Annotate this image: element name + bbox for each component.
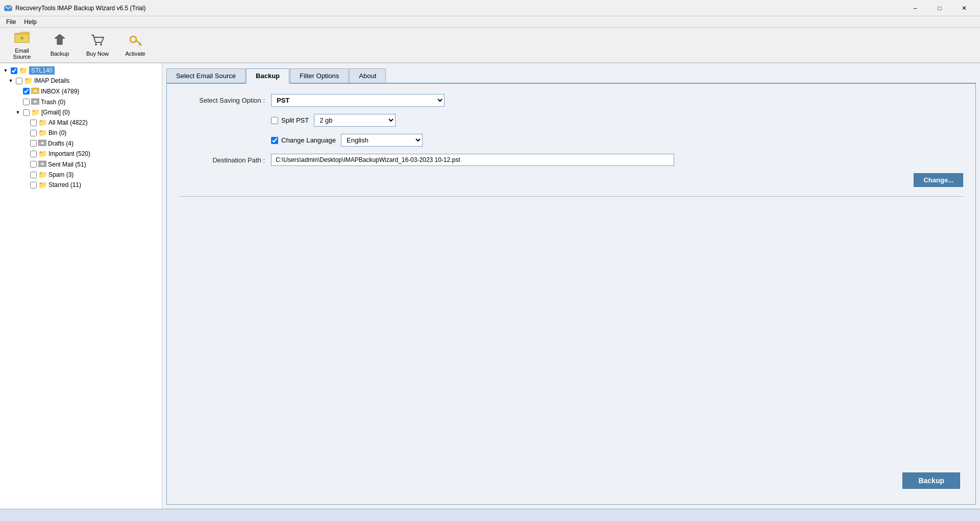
tree-checkbox-starred[interactable]: [30, 182, 37, 188]
language-label: Change Language: [281, 136, 336, 144]
tree-item-starred[interactable]: ▼ 📁 Starred (11): [0, 180, 162, 190]
close-button[interactable]: ✕: [952, 0, 976, 16]
title-bar-left: RecoveryTools IMAP Backup Wizard v6.5 (T…: [4, 4, 145, 12]
saving-option-row: Select Saving Option : PST EML MSG PDF H…: [179, 94, 963, 107]
maximize-button[interactable]: □: [928, 0, 951, 16]
activate-label: Activate: [125, 51, 145, 57]
saving-option-select[interactable]: PST EML MSG PDF HTML MBOX: [271, 94, 445, 107]
svg-text:+: +: [20, 35, 23, 42]
tree-checkbox-spam[interactable]: [30, 172, 37, 178]
email-source-label: Email Source: [6, 48, 38, 60]
tree-label-imap: IMAP Details: [34, 77, 69, 84]
tree-checkbox-allmail[interactable]: [30, 120, 37, 126]
folder-icon-allmail: 📁: [38, 119, 47, 127]
app-icon: [4, 4, 12, 12]
main-area: ▼ 📁 STL140 ▼ 📁 IMAP Details ▼: [0, 63, 980, 509]
destination-controls: [271, 154, 674, 166]
activate-button[interactable]: Activate: [117, 30, 153, 60]
tree-checkbox-bin[interactable]: [30, 130, 37, 136]
destination-label: Destination Path :: [179, 156, 271, 164]
tree-label-bin: Bin (0): [48, 129, 66, 136]
split-pst-checkbox[interactable]: [271, 117, 278, 124]
tree-item-sentmail[interactable]: ▼ Sent Mail (51): [0, 159, 162, 170]
tree-item-gmail[interactable]: ▼ 📁 [Gmail] (0): [0, 107, 162, 117]
tree-item-trash[interactable]: ▼ Trash (0): [0, 97, 162, 107]
split-pst-label: Split PST: [281, 116, 309, 124]
email-source-button[interactable]: + Email Source: [4, 30, 40, 60]
tree-item-root[interactable]: ▼ 📁 STL140: [0, 65, 162, 76]
backup-button[interactable]: Backup: [902, 472, 960, 489]
tree-item-imap[interactable]: ▼ 📁 IMAP Details: [0, 76, 162, 86]
tree-checkbox-important[interactable]: [30, 151, 37, 157]
split-pst-row: Split PST 1 gb 2 gb 4 gb 5 gb: [179, 114, 963, 127]
title-bar-controls: – □ ✕: [903, 0, 976, 16]
change-button-row: Change...: [179, 173, 963, 187]
menu-help[interactable]: Help: [20, 17, 41, 27]
tree-label-trash: Trash (0): [41, 99, 65, 106]
tree-toggle-gmail[interactable]: ▼: [14, 109, 21, 116]
language-checkbox[interactable]: [271, 137, 278, 144]
tree-label-root: STL140: [29, 66, 55, 75]
tab-backup[interactable]: Backup: [246, 68, 289, 84]
tree-toggle-root[interactable]: ▼: [2, 67, 9, 74]
svg-rect-9: [34, 101, 37, 103]
tree-item-bin[interactable]: ▼ 📁 Bin (0): [0, 128, 162, 138]
backup-icon: [53, 33, 67, 50]
language-checkbox-row: Change Language: [271, 136, 336, 144]
buy-now-label: Buy Now: [86, 51, 109, 57]
tree-item-inbox[interactable]: ▼ INBOX (4789): [0, 86, 162, 97]
language-select[interactable]: English French German Spanish: [341, 134, 423, 147]
svg-rect-7: [34, 90, 37, 92]
folder-icon-gmail: 📁: [31, 108, 40, 116]
minimize-button[interactable]: –: [903, 0, 927, 16]
left-pane: ▼ 📁 STL140 ▼ 📁 IMAP Details ▼: [0, 63, 162, 509]
tree-checkbox-root[interactable]: [11, 67, 17, 74]
buy-now-button[interactable]: Buy Now: [80, 30, 115, 60]
menu-bar: File Help: [0, 16, 980, 28]
folder-icon-inbox: [31, 87, 39, 96]
tree-checkbox-sentmail[interactable]: [30, 161, 37, 168]
backup-toolbar-button[interactable]: Backup: [42, 30, 78, 60]
tree-checkbox-trash[interactable]: [23, 99, 30, 105]
svg-marker-2: [55, 34, 65, 44]
tree-checkbox-gmail[interactable]: [23, 109, 30, 116]
folder-icon-sentmail: [38, 160, 46, 169]
language-controls: Change Language English French German Sp…: [271, 134, 423, 147]
title-bar: RecoveryTools IMAP Backup Wizard v6.5 (T…: [0, 0, 980, 16]
tab-about[interactable]: About: [349, 68, 386, 83]
tree-item-important[interactable]: ▼ 📁 Important (520): [0, 149, 162, 159]
folder-icon-spam: 📁: [38, 171, 47, 179]
saving-option-label: Select Saving Option :: [179, 97, 271, 104]
tab-select-email-source[interactable]: Select Email Source: [166, 68, 246, 83]
status-bar: [0, 509, 980, 521]
divider: [179, 196, 963, 197]
change-button[interactable]: Change...: [914, 173, 963, 187]
tree-toggle-imap[interactable]: ▼: [7, 77, 14, 84]
folder-plus-icon: +: [14, 30, 30, 46]
tree-label-drafts: Drafts (4): [48, 140, 74, 147]
svg-rect-11: [41, 142, 44, 144]
backup-toolbar-label: Backup: [51, 51, 69, 57]
tree-item-spam[interactable]: ▼ 📁 Spam (3): [0, 170, 162, 180]
folder-icon-imap: 📁: [24, 77, 33, 85]
menu-file[interactable]: File: [2, 17, 20, 27]
tree-checkbox-drafts[interactable]: [30, 140, 37, 147]
destination-path-input[interactable]: [271, 154, 674, 166]
svg-point-5: [130, 36, 136, 42]
tree-item-allmail[interactable]: ▼ 📁 All Mail (4822): [0, 117, 162, 128]
folder-icon-important: 📁: [38, 150, 47, 158]
tree-checkbox-inbox[interactable]: [23, 88, 30, 94]
tree-checkbox-imap[interactable]: [16, 78, 22, 84]
folder-icon-root: 📁: [19, 66, 28, 75]
language-row: Change Language English French German Sp…: [179, 134, 963, 147]
tree-label-inbox: INBOX (4789): [41, 88, 79, 95]
tab-filter-options[interactable]: Filter Options: [290, 68, 349, 83]
svg-rect-13: [41, 163, 44, 165]
tab-bar: Select Email Source Backup Filter Option…: [166, 67, 976, 84]
split-pst-checkbox-row: Split PST: [271, 116, 309, 124]
tree-label-starred: Starred (11): [48, 181, 81, 188]
split-pst-controls: Split PST 1 gb 2 gb 4 gb 5 gb: [271, 114, 396, 127]
destination-row: Destination Path :: [179, 154, 963, 166]
split-size-select[interactable]: 1 gb 2 gb 4 gb 5 gb: [314, 114, 396, 127]
tree-item-drafts[interactable]: ▼ Drafts (4): [0, 138, 162, 149]
